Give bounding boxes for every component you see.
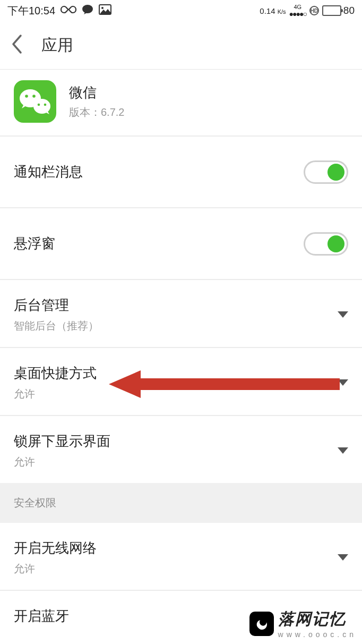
chevron-down-icon — [338, 447, 348, 454]
app-info: 微信 版本：6.7.2 — [69, 83, 124, 120]
watermark-logo-icon — [249, 612, 274, 636]
watermark: 落网记忆 www.oooc.cn — [249, 608, 357, 639]
row-notification-bar[interactable]: 通知栏消息 — [0, 137, 362, 208]
network-speed: 0.14 K/s — [260, 6, 286, 15]
status-bar-right: 0.14 K/s 4G ●●●●○ HD 80 — [260, 4, 355, 18]
svg-point-4 — [25, 95, 28, 98]
svg-point-2 — [101, 7, 104, 9]
chevron-down-icon — [338, 311, 348, 318]
network-signal: 4G ●●●●○ — [289, 4, 306, 18]
row-enable-wifi[interactable]: 开启无线网络 允许 — [0, 523, 362, 591]
row-floating-window[interactable]: 悬浮窗 — [0, 208, 362, 280]
toggle-switch[interactable] — [304, 160, 348, 184]
battery-indicator: 80 — [322, 5, 355, 16]
status-bar-left: 下午10:54 — [7, 4, 111, 18]
page-title: 应用 — [41, 35, 73, 56]
chat-icon — [82, 4, 93, 18]
row-subtitle: 允许 — [14, 562, 97, 576]
toggle-switch[interactable] — [304, 232, 348, 256]
svg-point-5 — [32, 95, 36, 98]
hd-icon: HD — [309, 6, 319, 15]
row-subtitle: 允许 — [14, 455, 110, 469]
row-text: 开启无线网络 允许 — [14, 539, 97, 576]
svg-point-0 — [82, 5, 93, 13]
row-title: 开启无线网络 — [14, 539, 97, 557]
row-title: 悬浮窗 — [14, 234, 55, 253]
row-text: 桌面快捷方式 允许 — [14, 364, 97, 401]
back-button[interactable] — [11, 34, 22, 56]
app-header: 微信 版本：6.7.2 — [0, 70, 362, 137]
row-text: 锁屏下显示界面 允许 — [14, 432, 110, 469]
row-lockscreen-display[interactable]: 锁屏下显示界面 允许 — [0, 416, 362, 483]
row-title: 后台管理 — [14, 296, 99, 315]
row-title: 锁屏下显示界面 — [14, 432, 110, 451]
app-name: 微信 — [69, 83, 124, 102]
chevron-down-icon — [338, 379, 348, 386]
row-subtitle: 允许 — [14, 387, 97, 401]
svg-point-7 — [38, 104, 40, 106]
watermark-url: www.oooc.cn — [278, 630, 357, 639]
watermark-title: 落网记忆 — [278, 608, 357, 630]
status-bar: 下午10:54 0.14 K/s 4G ●●●●○ HD 80 — [0, 0, 362, 21]
row-title: 通知栏消息 — [14, 163, 83, 181]
section-header-security: 安全权限 — [0, 483, 362, 523]
row-title: 开启蓝牙 — [14, 607, 69, 625]
infinity-icon — [61, 5, 76, 17]
row-text: 后台管理 智能后台（推荐） — [14, 296, 99, 333]
row-subtitle: 智能后台（推荐） — [14, 319, 99, 333]
chevron-down-icon — [338, 554, 348, 561]
svg-point-6 — [33, 99, 50, 114]
row-text: 开启蓝牙 — [14, 607, 69, 625]
app-version: 版本：6.7.2 — [69, 105, 124, 120]
row-background-management[interactable]: 后台管理 智能后台（推荐） — [0, 280, 362, 348]
wechat-icon — [14, 80, 56, 123]
clock-text: 下午10:54 — [7, 4, 55, 18]
svg-point-8 — [44, 104, 47, 106]
row-title: 桌面快捷方式 — [14, 364, 97, 383]
row-desktop-shortcut[interactable]: 桌面快捷方式 允许 — [0, 348, 362, 416]
nav-bar: 应用 — [0, 21, 362, 69]
image-icon — [99, 4, 111, 18]
